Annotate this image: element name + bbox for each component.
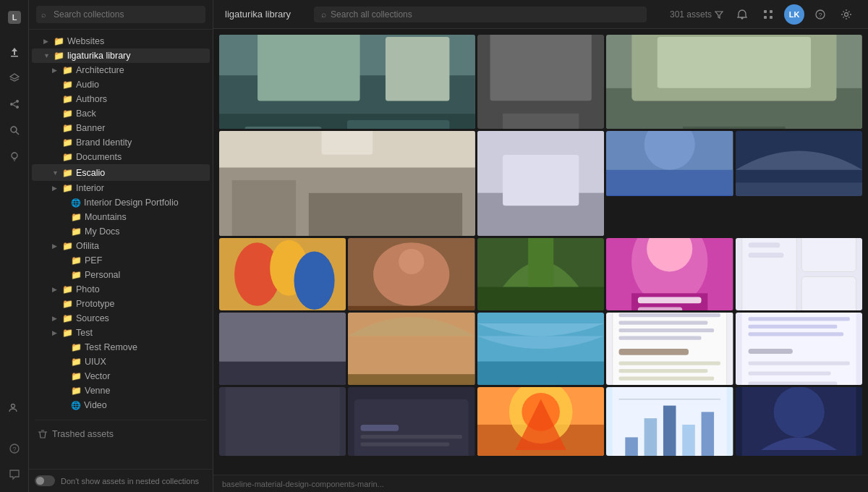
more-action-icon[interactable]: ••• xyxy=(192,166,204,179)
sidebar-divider xyxy=(35,420,207,420)
grid-item[interactable] xyxy=(736,313,862,385)
sidebar-item-back[interactable]: ▶ 📁 Back xyxy=(32,106,210,121)
sidebar-item-authors[interactable]: ▶ 📁 Authors xyxy=(32,92,210,106)
search-icon-bar[interactable] xyxy=(3,119,26,142)
grid-item[interactable] xyxy=(477,131,604,236)
svg-rect-74 xyxy=(801,277,856,310)
sidebar-item-interior-design[interactable]: ▶ 🌐 Interior Design Portfolio xyxy=(32,195,210,210)
arrow-ofilita: ▶ xyxy=(52,242,59,250)
svg-point-5 xyxy=(16,106,19,109)
sidebar-item-ofilita[interactable]: ▶ 📁 Ofilita xyxy=(32,239,210,253)
sidebar-item-ligaturika[interactable]: ▼ 📁 ligaturika library xyxy=(32,48,210,63)
grid-item[interactable] xyxy=(219,238,346,310)
grid-item[interactable] xyxy=(219,131,475,236)
sidebar-label-pef: PEF xyxy=(85,255,204,266)
svg-rect-94 xyxy=(619,362,720,365)
sidebar-item-personal[interactable]: ▶ 📁 Personal xyxy=(32,268,210,282)
layers-icon[interactable] xyxy=(3,67,26,90)
sidebar-item-mountains[interactable]: ▶ 📁 Mountains xyxy=(32,210,210,224)
help-icon[interactable]: ? xyxy=(810,4,830,25)
grid-item[interactable] xyxy=(348,387,475,456)
sidebar-label-interior: Interior xyxy=(76,183,204,193)
sidebar-label-personal: Personal xyxy=(85,270,204,280)
sidebar-label-test-remove: Test Remove xyxy=(85,342,204,352)
topbar-search-input[interactable] xyxy=(331,9,639,20)
grid-item[interactable] xyxy=(219,35,475,129)
sidebar-item-banner[interactable]: ▶ 📁 Banner xyxy=(32,121,210,135)
grid-item[interactable] xyxy=(736,131,862,196)
upload-action-icon[interactable]: ⬆ xyxy=(166,166,176,179)
sidebar-item-audio[interactable]: ▶ 📁 Audio xyxy=(32,77,210,92)
grid-item[interactable] xyxy=(606,387,733,456)
grid-item[interactable] xyxy=(477,35,604,129)
asset-image xyxy=(219,131,475,236)
sidebar-item-websites[interactable]: ▶ 📁 Websites xyxy=(32,34,210,48)
grid-item[interactable] xyxy=(606,35,862,129)
share-icon[interactable] xyxy=(3,93,26,116)
grid-item[interactable] xyxy=(348,313,475,385)
sidebar-item-documents[interactable]: ▶ 📁 Documents xyxy=(32,150,210,164)
grid-item[interactable] xyxy=(606,238,733,310)
grid-item[interactable] xyxy=(606,131,733,196)
svg-rect-121 xyxy=(644,418,658,456)
trash-icon xyxy=(38,429,48,439)
notification-icon[interactable] xyxy=(732,4,752,25)
sidebar-search-input[interactable] xyxy=(36,6,205,23)
sidebar-label-architecture: Architecture xyxy=(76,65,204,75)
sidebar-item-brand[interactable]: ▶ 📁 Brand Identity xyxy=(32,135,210,150)
sidebar-label-test: Test xyxy=(76,328,204,338)
sidebar-item-photo[interactable]: ▶ 📁 Photo xyxy=(32,282,210,297)
svg-point-3 xyxy=(16,100,19,103)
sidebar-item-mydocs[interactable]: ▶ 📁 My Docs xyxy=(32,224,210,239)
grid-item[interactable] xyxy=(477,313,604,385)
filter-icon[interactable] xyxy=(715,10,723,19)
sidebar-item-test[interactable]: ▶ 📁 Test xyxy=(32,326,210,340)
sidebar-item-venne[interactable]: ▶ 📁 Venne xyxy=(32,383,210,398)
asset-image xyxy=(606,35,862,129)
svg-rect-101 xyxy=(748,325,837,328)
grid-item[interactable] xyxy=(736,238,862,310)
sidebar-item-prototype[interactable]: ▶ 📁 Prototype xyxy=(32,297,210,311)
grid-item[interactable] xyxy=(477,387,604,456)
upload-icon[interactable] xyxy=(3,41,26,64)
user-avatar[interactable]: LK xyxy=(784,4,804,25)
main-area: ligaturika library ⌕ 301 assets LK ? xyxy=(213,0,868,492)
asset-image xyxy=(477,238,604,310)
sidebar-item-sources[interactable]: ▶ 📁 Sources xyxy=(32,311,210,326)
svg-rect-120 xyxy=(625,437,638,456)
sidebar-item-uiux[interactable]: ▶ 📁 UIUX xyxy=(32,355,210,369)
download-action-icon[interactable]: ⬇ xyxy=(154,166,163,179)
chat-icon[interactable] xyxy=(3,463,26,486)
grid-item[interactable] xyxy=(736,387,862,456)
sidebar-item-vector[interactable]: ▶ 📁 Vector xyxy=(32,369,210,383)
svg-rect-82 xyxy=(348,374,475,385)
sidebar-item-interior[interactable]: ▶ 📁 Interior xyxy=(32,181,210,195)
svg-rect-90 xyxy=(619,321,708,324)
logo-icon[interactable]: L xyxy=(3,6,26,29)
nested-toggle[interactable] xyxy=(35,475,55,486)
grid-item[interactable] xyxy=(477,238,604,310)
sidebar-label-interior-design: Interior Design Portfolio xyxy=(84,198,204,208)
asset-count-text: 301 assets xyxy=(670,9,712,20)
sidebar-item-architecture[interactable]: ▶ 📁 Architecture xyxy=(32,63,210,77)
svg-rect-15 xyxy=(770,10,773,13)
sidebar-item-test-remove[interactable]: ▶ 📁 Test Remove xyxy=(32,340,210,355)
settings-icon[interactable] xyxy=(836,4,856,25)
users-icon[interactable] xyxy=(3,396,26,420)
grid-item[interactable] xyxy=(606,313,733,385)
bulb-icon[interactable] xyxy=(3,145,26,168)
sidebar-label-photo: Photo xyxy=(76,284,204,294)
grid-item[interactable] xyxy=(219,313,346,385)
sidebar-item-video[interactable]: ▶ 🌐 Video xyxy=(32,398,210,412)
sidebar-label-documents: Documents xyxy=(76,152,204,162)
apps-icon[interactable] xyxy=(758,4,778,25)
grid-item[interactable] xyxy=(219,387,346,456)
sidebar-trashed[interactable]: Trashed assets xyxy=(32,426,210,442)
sidebar-item-pef[interactable]: ▶ 📁 PEF xyxy=(32,253,210,268)
sidebar-item-escalio[interactable]: ▼ 📁 Escalio ⬇ ⬆ ＋ ••• xyxy=(32,164,210,181)
svg-rect-24 xyxy=(386,37,449,101)
add-action-icon[interactable]: ＋ xyxy=(179,166,190,179)
grid-item[interactable] xyxy=(348,238,475,310)
svg-rect-108 xyxy=(226,387,340,456)
question-icon[interactable]: ? xyxy=(3,437,26,460)
